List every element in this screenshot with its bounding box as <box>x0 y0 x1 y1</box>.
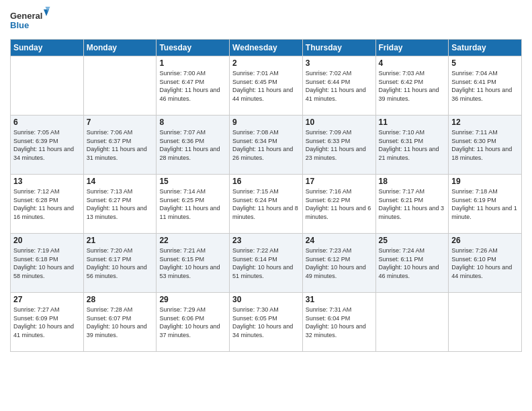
calendar-cell-w4-d4: 23Sunrise: 7:22 AM Sunset: 6:14 PM Dayli… <box>230 234 303 293</box>
day-info: Sunrise: 7:04 AM Sunset: 6:41 PM Dayligh… <box>451 69 519 103</box>
calendar-cell-w2-d2: 7Sunrise: 7:06 AM Sunset: 6:37 PM Daylig… <box>83 116 157 175</box>
day-number: 18 <box>379 177 446 186</box>
calendar-cell-w3-d2: 14Sunrise: 7:13 AM Sunset: 6:27 PM Dayli… <box>83 175 157 234</box>
day-info: Sunrise: 7:27 AM Sunset: 6:09 PM Dayligh… <box>13 306 81 339</box>
day-number: 6 <box>13 118 81 127</box>
day-info: Sunrise: 7:16 AM Sunset: 6:22 PM Dayligh… <box>306 187 373 221</box>
header-wednesday: Wednesday <box>230 40 303 56</box>
svg-text:Blue: Blue <box>10 20 29 30</box>
calendar-cell-w5-d7 <box>449 293 522 352</box>
calendar-table: Sunday Monday Tuesday Wednesday Thursday… <box>10 39 522 352</box>
calendar-cell-w3-d7: 19Sunrise: 7:18 AM Sunset: 6:19 PM Dayli… <box>449 175 522 234</box>
day-info: Sunrise: 7:23 AM Sunset: 6:12 PM Dayligh… <box>306 246 373 280</box>
calendar-cell-w1-d4: 2Sunrise: 7:01 AM Sunset: 6:45 PM Daylig… <box>230 56 303 116</box>
day-info: Sunrise: 7:21 AM Sunset: 6:15 PM Dayligh… <box>159 246 226 280</box>
day-number: 10 <box>306 118 373 127</box>
calendar-cell-w2-d6: 11Sunrise: 7:10 AM Sunset: 6:31 PM Dayli… <box>375 116 449 175</box>
day-number: 3 <box>306 58 373 68</box>
day-number: 24 <box>306 236 373 245</box>
header: General Blue <box>10 7 522 34</box>
header-sunday: Sunday <box>11 40 84 56</box>
day-info: Sunrise: 7:20 AM Sunset: 6:17 PM Dayligh… <box>87 246 154 280</box>
day-number: 4 <box>379 58 446 68</box>
day-number: 1 <box>159 58 226 68</box>
calendar-cell-w5-d3: 29Sunrise: 7:29 AM Sunset: 6:06 PM Dayli… <box>157 293 230 352</box>
calendar-cell-w2-d3: 8Sunrise: 7:07 AM Sunset: 6:36 PM Daylig… <box>157 116 230 175</box>
day-info: Sunrise: 7:19 AM Sunset: 6:18 PM Dayligh… <box>13 246 81 280</box>
day-number: 29 <box>159 295 226 304</box>
logo-svg: General Blue <box>10 7 50 34</box>
page: General Blue Sunday Monday Tuesday Wedne… <box>0 0 532 411</box>
day-number: 26 <box>451 236 519 245</box>
day-number: 14 <box>87 177 154 186</box>
day-info: Sunrise: 7:18 AM Sunset: 6:19 PM Dayligh… <box>451 187 519 221</box>
day-info: Sunrise: 7:00 AM Sunset: 6:47 PM Dayligh… <box>159 69 226 103</box>
day-info: Sunrise: 7:14 AM Sunset: 6:25 PM Dayligh… <box>159 187 226 221</box>
calendar-cell-w1-d5: 3Sunrise: 7:02 AM Sunset: 6:44 PM Daylig… <box>302 56 375 116</box>
calendar-cell-w3-d6: 18Sunrise: 7:17 AM Sunset: 6:21 PM Dayli… <box>375 175 449 234</box>
svg-text:General: General <box>10 11 42 21</box>
day-info: Sunrise: 7:28 AM Sunset: 6:07 PM Dayligh… <box>87 306 154 339</box>
calendar-cell-w2-d7: 12Sunrise: 7:11 AM Sunset: 6:30 PM Dayli… <box>449 116 522 175</box>
day-info: Sunrise: 7:26 AM Sunset: 6:10 PM Dayligh… <box>451 246 519 280</box>
calendar-cell-w3-d4: 16Sunrise: 7:15 AM Sunset: 6:24 PM Dayli… <box>230 175 303 234</box>
day-number: 31 <box>306 295 373 304</box>
day-info: Sunrise: 7:05 AM Sunset: 6:39 PM Dayligh… <box>13 128 81 162</box>
calendar-week-4: 20Sunrise: 7:19 AM Sunset: 6:18 PM Dayli… <box>11 234 522 293</box>
calendar-cell-w1-d3: 1Sunrise: 7:00 AM Sunset: 6:47 PM Daylig… <box>157 56 230 116</box>
day-info: Sunrise: 7:06 AM Sunset: 6:37 PM Dayligh… <box>87 128 154 162</box>
day-number: 5 <box>451 58 519 68</box>
header-saturday: Saturday <box>449 40 522 56</box>
calendar-week-1: 1Sunrise: 7:00 AM Sunset: 6:47 PM Daylig… <box>11 56 522 116</box>
logo: General Blue <box>10 7 50 34</box>
day-info: Sunrise: 7:11 AM Sunset: 6:30 PM Dayligh… <box>451 128 519 162</box>
calendar-cell-w2-d1: 6Sunrise: 7:05 AM Sunset: 6:39 PM Daylig… <box>11 116 84 175</box>
calendar-cell-w5-d6 <box>375 293 449 352</box>
calendar-cell-w1-d6: 4Sunrise: 7:03 AM Sunset: 6:42 PM Daylig… <box>375 56 449 116</box>
day-info: Sunrise: 7:17 AM Sunset: 6:21 PM Dayligh… <box>379 187 446 221</box>
day-info: Sunrise: 7:01 AM Sunset: 6:45 PM Dayligh… <box>232 69 300 103</box>
day-number: 22 <box>159 236 226 245</box>
day-number: 19 <box>451 177 519 186</box>
header-monday: Monday <box>83 40 157 56</box>
day-number: 9 <box>232 118 300 127</box>
day-number: 15 <box>159 177 226 186</box>
day-number: 28 <box>87 295 154 304</box>
day-number: 7 <box>87 118 154 127</box>
calendar-cell-w4-d6: 25Sunrise: 7:24 AM Sunset: 6:11 PM Dayli… <box>375 234 449 293</box>
day-number: 20 <box>13 236 81 245</box>
day-info: Sunrise: 7:03 AM Sunset: 6:42 PM Dayligh… <box>379 69 446 103</box>
day-number: 21 <box>87 236 154 245</box>
day-number: 25 <box>379 236 446 245</box>
calendar-cell-w5-d4: 30Sunrise: 7:30 AM Sunset: 6:05 PM Dayli… <box>230 293 303 352</box>
day-info: Sunrise: 7:07 AM Sunset: 6:36 PM Dayligh… <box>159 128 226 162</box>
calendar-cell-w4-d3: 22Sunrise: 7:21 AM Sunset: 6:15 PM Dayli… <box>157 234 230 293</box>
calendar-cell-w1-d2 <box>83 56 157 116</box>
day-info: Sunrise: 7:31 AM Sunset: 6:04 PM Dayligh… <box>306 306 373 339</box>
calendar-header-row: Sunday Monday Tuesday Wednesday Thursday… <box>11 40 522 56</box>
calendar-week-2: 6Sunrise: 7:05 AM Sunset: 6:39 PM Daylig… <box>11 116 522 175</box>
day-info: Sunrise: 7:10 AM Sunset: 6:31 PM Dayligh… <box>379 128 446 162</box>
day-number: 12 <box>451 118 519 127</box>
day-number: 30 <box>232 295 300 304</box>
day-info: Sunrise: 7:09 AM Sunset: 6:33 PM Dayligh… <box>306 128 373 162</box>
day-number: 2 <box>232 58 300 68</box>
day-info: Sunrise: 7:08 AM Sunset: 6:34 PM Dayligh… <box>232 128 300 162</box>
day-info: Sunrise: 7:22 AM Sunset: 6:14 PM Dayligh… <box>232 246 300 280</box>
day-info: Sunrise: 7:12 AM Sunset: 6:28 PM Dayligh… <box>13 187 81 221</box>
calendar-cell-w4-d7: 26Sunrise: 7:26 AM Sunset: 6:10 PM Dayli… <box>449 234 522 293</box>
day-info: Sunrise: 7:29 AM Sunset: 6:06 PM Dayligh… <box>159 306 226 339</box>
calendar-cell-w4-d2: 21Sunrise: 7:20 AM Sunset: 6:17 PM Dayli… <box>83 234 157 293</box>
calendar-cell-w3-d1: 13Sunrise: 7:12 AM Sunset: 6:28 PM Dayli… <box>11 175 84 234</box>
day-info: Sunrise: 7:15 AM Sunset: 6:24 PM Dayligh… <box>232 187 300 221</box>
calendar-cell-w3-d5: 17Sunrise: 7:16 AM Sunset: 6:22 PM Dayli… <box>302 175 375 234</box>
calendar-cell-w5-d5: 31Sunrise: 7:31 AM Sunset: 6:04 PM Dayli… <box>302 293 375 352</box>
calendar-cell-w1-d1 <box>11 56 84 116</box>
day-number: 11 <box>379 118 446 127</box>
calendar-cell-w4-d1: 20Sunrise: 7:19 AM Sunset: 6:18 PM Dayli… <box>11 234 84 293</box>
calendar-cell-w5-d2: 28Sunrise: 7:28 AM Sunset: 6:07 PM Dayli… <box>83 293 157 352</box>
day-info: Sunrise: 7:30 AM Sunset: 6:05 PM Dayligh… <box>232 306 300 339</box>
day-number: 16 <box>232 177 300 186</box>
calendar-cell-w2-d4: 9Sunrise: 7:08 AM Sunset: 6:34 PM Daylig… <box>230 116 303 175</box>
header-friday: Friday <box>375 40 449 56</box>
